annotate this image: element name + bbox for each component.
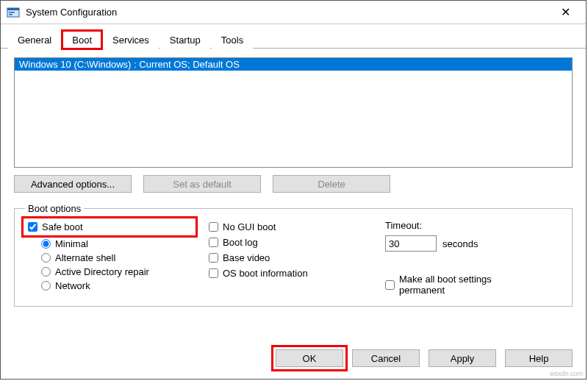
tab-startup[interactable]: Startup bbox=[160, 31, 210, 49]
svg-rect-1 bbox=[7, 8, 19, 10]
os-list-item[interactable]: Windows 10 (C:\Windows) : Current OS; De… bbox=[15, 58, 572, 71]
tab-tools[interactable]: Tools bbox=[212, 31, 253, 49]
dialog-footer: OK Cancel Apply Help bbox=[276, 349, 573, 367]
boot-options-legend: Boot options bbox=[25, 203, 84, 214]
set-default-button: Set as default bbox=[143, 175, 261, 193]
basevideo-checkbox-label[interactable]: Base video bbox=[209, 252, 370, 263]
watermark-text: wsxdn.com bbox=[550, 370, 583, 377]
minimal-text: Minimal bbox=[55, 238, 88, 249]
timeout-unit: seconds bbox=[442, 238, 478, 249]
safeboot-mode-group: Minimal Alternate shell Active Directory… bbox=[25, 238, 194, 291]
apply-button[interactable]: Apply bbox=[429, 349, 496, 367]
cancel-button[interactable]: Cancel bbox=[352, 349, 420, 367]
adrepair-radio[interactable] bbox=[41, 267, 51, 277]
tab-boot[interactable]: Boot bbox=[62, 31, 101, 49]
os-listbox[interactable]: Windows 10 (C:\Windows) : Current OS; De… bbox=[14, 57, 573, 168]
nogui-text: No GUI boot bbox=[223, 221, 276, 232]
safeboot-checkbox[interactable] bbox=[28, 222, 37, 232]
osbootinfo-text: OS boot information bbox=[223, 268, 308, 279]
minimal-radio-label[interactable]: Minimal bbox=[41, 238, 194, 249]
network-radio[interactable] bbox=[41, 281, 51, 291]
bootlog-checkbox-label[interactable]: Boot log bbox=[209, 237, 370, 248]
help-button[interactable]: Help bbox=[505, 349, 573, 367]
tab-services[interactable]: Services bbox=[103, 31, 159, 49]
safeboot-text: Safe boot bbox=[42, 221, 83, 232]
osbootinfo-checkbox-label[interactable]: OS boot information bbox=[209, 268, 370, 279]
basevideo-text: Base video bbox=[223, 252, 270, 263]
basevideo-checkbox[interactable] bbox=[209, 253, 218, 263]
bootflags-column: No GUI boot Boot log Base video OS boot … bbox=[209, 220, 370, 296]
minimal-radio[interactable] bbox=[41, 239, 51, 249]
adrepair-radio-label[interactable]: Active Directory repair bbox=[41, 266, 194, 277]
bootlog-checkbox[interactable] bbox=[209, 238, 218, 247]
tab-bar: General Boot Services Startup Tools bbox=[1, 24, 586, 49]
advanced-options-button[interactable]: Advanced options... bbox=[14, 175, 132, 193]
window: System Configuration ✕ General Boot Serv… bbox=[0, 0, 587, 380]
boot-action-row: Advanced options... Set as default Delet… bbox=[14, 175, 573, 193]
svg-rect-3 bbox=[9, 14, 12, 15]
timeout-label: Timeout: bbox=[385, 220, 532, 231]
delete-button: Delete bbox=[273, 175, 390, 193]
altshell-radio-label[interactable]: Alternate shell bbox=[41, 252, 194, 263]
safeboot-checkbox-label[interactable]: Safe boot bbox=[28, 221, 83, 232]
permanent-checkbox[interactable] bbox=[385, 280, 395, 290]
ok-button[interactable]: OK bbox=[276, 349, 343, 367]
nogui-checkbox[interactable] bbox=[209, 222, 218, 232]
altshell-text: Alternate shell bbox=[55, 252, 115, 263]
titlebar: System Configuration ✕ bbox=[1, 1, 586, 24]
timeout-column: Timeout: seconds Make all boot settings … bbox=[385, 220, 532, 296]
timeout-input[interactable] bbox=[385, 235, 437, 252]
nogui-checkbox-label[interactable]: No GUI boot bbox=[209, 221, 370, 232]
permanent-text: Make all boot settings permanent bbox=[399, 274, 532, 296]
boot-options-group: Boot options Safe boot Minimal bbox=[14, 203, 573, 307]
permanent-checkbox-label[interactable]: Make all boot settings permanent bbox=[385, 274, 532, 296]
bootlog-text: Boot log bbox=[223, 237, 258, 248]
osbootinfo-checkbox[interactable] bbox=[209, 268, 218, 278]
adrepair-text: Active Directory repair bbox=[55, 266, 149, 277]
tab-general[interactable]: General bbox=[8, 31, 61, 49]
close-icon[interactable]: ✕ bbox=[551, 5, 580, 19]
msconfig-icon bbox=[7, 6, 20, 19]
network-radio-label[interactable]: Network bbox=[41, 280, 194, 291]
network-text: Network bbox=[55, 280, 90, 291]
tab-content: Windows 10 (C:\Windows) : Current OS; De… bbox=[1, 49, 586, 316]
svg-rect-2 bbox=[9, 12, 15, 13]
window-title: System Configuration bbox=[26, 7, 551, 18]
safeboot-column: Safe boot Minimal Alternate shell bbox=[25, 220, 194, 296]
altshell-radio[interactable] bbox=[41, 253, 51, 263]
